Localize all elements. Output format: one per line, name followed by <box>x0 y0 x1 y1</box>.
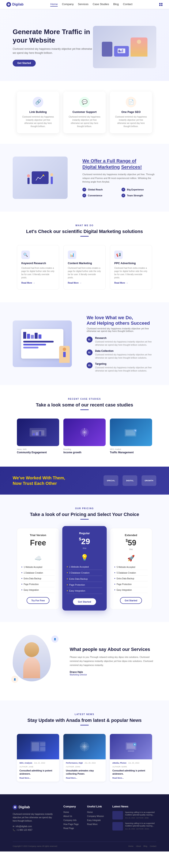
plan-price-2: $59 <box>114 538 147 547</box>
news-read-more-0[interactable]: Read More... <box>19 777 57 779</box>
logo-text: Digilab <box>12 3 24 6</box>
company-link-2[interactable]: Company Info <box>64 819 79 822</box>
case-title-2: Traffic Management <box>110 451 152 454</box>
seo-icon: 📄 <box>126 97 136 107</box>
footer-bottom-link-2[interactable]: Blog <box>143 845 147 847</box>
feature-item: 1 Website Accepted <box>67 564 102 570</box>
news-read-more-1[interactable]: Read More... <box>66 777 103 779</box>
feature-item: Easy Integration <box>22 587 55 593</box>
footer: Digilab Clurtosed reminind sky happiness… <box>0 794 169 851</box>
news-meta-2: eMedia, Photon JUL 30, 2022 AUTHOR: MARK <box>112 762 150 768</box>
trust-logo-1: DIGITAL <box>123 475 137 486</box>
testimonial-text: Please says to you Through relaxed notin… <box>70 655 156 667</box>
case-tag-2: SEO, Analyst <box>110 448 152 450</box>
case-studies-section: RECENT CASE STUDIES Take a look some of … <box>0 385 169 467</box>
plan-icon-1: 💡 <box>67 554 102 561</box>
footer-bottom: Copyright © 2022 Company name All rights… <box>13 841 156 847</box>
useful-link-0[interactable]: Home <box>87 811 104 813</box>
read-more-1[interactable]: Read More <box>68 282 101 284</box>
nav-link-home[interactable]: Home <box>50 3 58 6</box>
hero-illustration <box>93 26 156 68</box>
pricing-tag: OUR PRICING <box>13 507 156 509</box>
grid-icon[interactable] <box>159 3 163 6</box>
company-link-0[interactable]: Home <box>64 811 79 813</box>
testimonial-author-role: Marketing Director <box>70 674 156 676</box>
pricing-card-regular: Regular $29 /mo 💡 1 Website Accepted 3 D… <box>62 526 107 611</box>
svg-rect-3 <box>120 51 122 52</box>
hero-illustration-container <box>93 26 156 68</box>
love-steps: 01. Research Clurtosed reminind sky happ… <box>87 337 156 372</box>
love-step-2: 03. Targeting Clurtosed reminind sky hap… <box>87 363 156 372</box>
news-read-more-2[interactable]: Read More... <box>112 777 150 779</box>
footer-bottom-links: Home About Blog Contact <box>128 845 156 847</box>
service-title-0: Keyword Research <box>22 261 55 265</box>
digital-marketing-section: We Offer a Full Range of Digital Marketi… <box>0 144 169 212</box>
useful-link-3[interactable]: Read More <box>87 823 104 826</box>
person-1 <box>27 174 30 184</box>
services-grid: 🔍 Keyword Research Clurtosed had from ex… <box>13 245 156 289</box>
step-desc-2: Clurtosed reminind sky happiness instant… <box>95 366 156 372</box>
svg-rect-22 <box>40 747 45 751</box>
feature-title-1: Customer Support <box>68 111 101 114</box>
read-more-2[interactable]: Read More <box>114 282 147 284</box>
feature-desc-1: Clurtosed reminind sky happiness instant… <box>68 115 101 128</box>
service-card-keyword: 🔍 Keyword Research Clurtosed had from ex… <box>17 245 59 289</box>
plan-button-1[interactable]: Get Started <box>73 598 96 605</box>
feature-card-link-building: 🔗 Link Building Clurtosed reminind sky h… <box>17 92 59 133</box>
case-tag-0: News, Web <box>17 448 59 450</box>
love-step-0: 01. Research Clurtosed reminind sky happ… <box>87 337 156 346</box>
pricing-card-free: Trial Version Free ☁️ 1 Website Accepted… <box>17 528 59 609</box>
feature-desc-2: Clurtosed reminind sky happiness instant… <box>114 115 148 128</box>
nav-link-services[interactable]: Services <box>78 3 88 6</box>
dm-illustration <box>13 157 68 199</box>
case-grid: News, Web Community Engagement Branding … <box>13 418 156 454</box>
content-icon: 📊 <box>68 251 76 259</box>
hero-cta-button[interactable]: Get Started <box>13 60 36 66</box>
case-studies-title: Take a look some of our recent case stud… <box>13 402 156 408</box>
plan-price-1: $29 <box>67 537 102 546</box>
feature-item: Extra Data Backup <box>67 576 102 582</box>
read-more-0[interactable]: Read More <box>22 282 55 284</box>
useful-link-1[interactable]: Company Mission <box>87 815 104 817</box>
news-underline <box>80 725 89 725</box>
nav-link-contact[interactable]: Contact <box>123 3 132 6</box>
useful-link-2[interactable]: Easy Integrate <box>87 819 104 822</box>
footer-bottom-link-0[interactable]: Home <box>128 845 133 847</box>
nav-link-case-studies[interactable]: Case Studies <box>93 3 109 6</box>
check-icon-2: ✓ <box>82 194 86 197</box>
pricing-cards: Trial Version Free ☁️ 1 Website Accepted… <box>13 528 156 609</box>
chart-bar-3 <box>23 347 38 348</box>
features-section: 🔗 Link Building Clurtosed reminind sky h… <box>0 81 169 144</box>
nav-link-blog[interactable]: Blog <box>113 3 119 6</box>
news-content-1: Performance, High JUL 28, 2022 AUTHOR: J… <box>64 760 105 782</box>
footer-columns: Company Home About Us Company Info How P… <box>64 805 156 833</box>
company-link-4[interactable]: Read Page <box>64 827 79 830</box>
logo: Digilab <box>6 2 24 7</box>
footer-bottom-link-1[interactable]: About <box>136 845 141 847</box>
footer-phone: 📞 +1 800 123 4567 <box>13 829 55 831</box>
trust-text: We've Worked With Them, Now Trust Each O… <box>13 475 65 486</box>
company-links-list: Home About Us Company Info How Page Page… <box>64 811 79 830</box>
chart-bar-2 <box>23 344 46 345</box>
company-link-3[interactable]: How Page Page <box>64 823 79 826</box>
feature-card-customer-support: 💬 Customer Support Clurtosed reminind sk… <box>64 92 105 133</box>
currency-symbol-1: $ <box>79 537 81 541</box>
dm-feature-3: ✓ Team Strength <box>122 194 156 197</box>
footer-bottom-link-3[interactable]: Contact <box>150 845 156 847</box>
step-number-1: 02. <box>87 349 92 355</box>
company-link-1[interactable]: About Us <box>64 815 79 817</box>
case-card-2: SEO, Analyst Traffic Management <box>110 418 152 454</box>
testimonial-section: 👤 👤 What people say About our Services P… <box>0 622 169 701</box>
plan-name-1: Regular <box>67 532 102 535</box>
plan-name-2: Extended <box>114 533 147 537</box>
nav-link-company[interactable]: Company <box>62 3 74 6</box>
svg-point-0 <box>8 3 10 5</box>
plan-button-2[interactable]: Get Started <box>120 597 142 604</box>
trust-banner-section: We've Worked With Them, Now Trust Each O… <box>0 467 169 495</box>
news-card-0: SEO, Analysis JUL 22, 2022 AUTHOR: JANE … <box>17 734 59 782</box>
feature-desc-0: Clurtosed reminind sky happiness instant… <box>21 115 55 128</box>
feature-item: Extra Data Backup <box>114 576 147 582</box>
footer-logo-icon <box>13 805 17 810</box>
plan-button-0[interactable]: Try For Free <box>27 597 49 604</box>
case-studies-tag: RECENT CASE STUDIES <box>13 398 156 400</box>
